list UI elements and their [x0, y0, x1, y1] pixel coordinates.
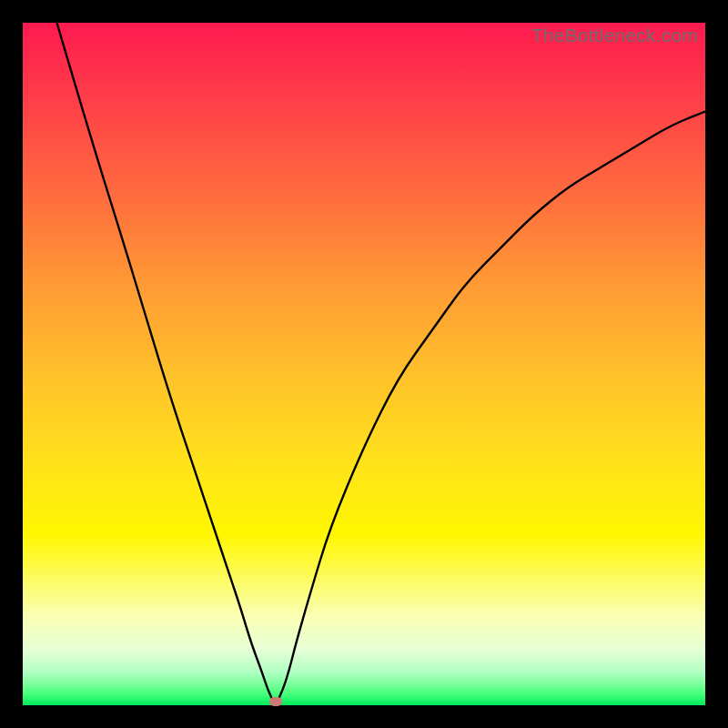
plot-area: TheBottleneck.com — [23, 23, 705, 705]
bottleneck-curve — [57, 23, 706, 702]
chart-frame: TheBottleneck.com — [0, 0, 728, 728]
optimal-point-marker — [269, 697, 282, 706]
curve-svg — [23, 23, 705, 705]
